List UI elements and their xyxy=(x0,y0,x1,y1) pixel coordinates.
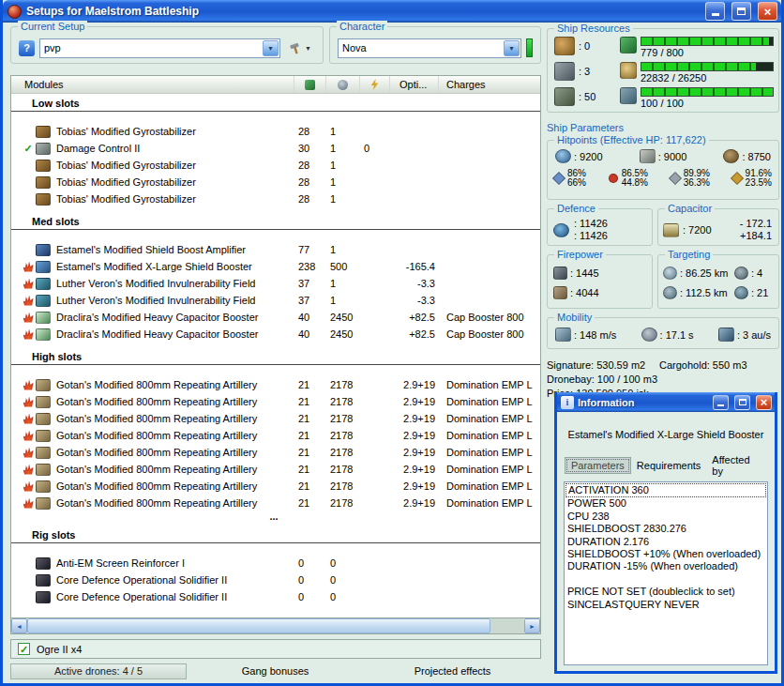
setup-tools-button[interactable]: ▼ xyxy=(285,38,315,57)
module-row[interactable]: Tobias' Modified Gyrostabilizer281 xyxy=(11,191,540,207)
module-row[interactable]: Anti-EM Screen Reinforcer I00 xyxy=(11,555,540,572)
kinetic-resist: 89.9%36.3% xyxy=(671,169,710,188)
module-optimal-value: 2.9+19 xyxy=(390,464,439,475)
info-attribute-line[interactable]: SINCELASTQUERY NEVER xyxy=(565,599,766,611)
info-minimize-button[interactable] xyxy=(713,395,729,410)
module-optimal-value: 2.9+19 xyxy=(390,413,439,424)
info-attribute-line[interactable]: POWER 500 xyxy=(565,497,766,510)
info-listbox[interactable]: ACTIVATION 360POWER 500CPU 238SHIELDBOOS… xyxy=(564,481,768,665)
module-cpu-value: 0 xyxy=(294,557,326,569)
tab-projected-effects[interactable]: Projected effects xyxy=(364,665,541,677)
maximize-button[interactable] xyxy=(731,2,751,21)
sensor-value: : 21 xyxy=(751,287,768,298)
titlebar[interactable]: Setups for Maelstrom Battleship × xyxy=(3,0,781,23)
module-icon xyxy=(36,193,51,206)
cpu-bar-group: 779 / 800 xyxy=(641,37,774,58)
setup-combobox[interactable]: pvp ▼ xyxy=(39,38,280,58)
module-row[interactable]: Core Defence Operational Solidifier II00 xyxy=(11,572,540,588)
scroll-track[interactable] xyxy=(490,618,524,633)
module-optimal-value: 2.9+19 xyxy=(390,447,439,458)
section-title: Med slots xyxy=(11,215,540,230)
module-name: Damage Control II xyxy=(56,143,294,154)
module-icon xyxy=(36,143,51,155)
volley-value: : 4044 xyxy=(570,287,599,298)
module-secondary-value: 1 xyxy=(326,143,360,154)
info-close-button[interactable]: × xyxy=(756,395,772,410)
help-icon[interactable]: ? xyxy=(19,40,35,56)
powergrid-bar-fill xyxy=(641,63,756,70)
module-row[interactable]: Draclira's Modified Heavy Capacitor Boos… xyxy=(11,309,540,326)
info-tab-affected-by[interactable]: Affected by xyxy=(706,452,767,479)
shield-icon xyxy=(555,149,571,163)
kinetic-resist-values: 89.9%36.3% xyxy=(684,169,710,188)
capacitor-column-header[interactable] xyxy=(360,76,390,93)
module-row[interactable]: Draclira's Modified Heavy Capacitor Boos… xyxy=(11,326,540,343)
optimal-column-header[interactable]: Opti... xyxy=(390,76,439,93)
module-optimal-value: 2.9+19 xyxy=(390,430,439,441)
module-row[interactable]: ✓Damage Control II3010 xyxy=(11,140,540,157)
module-row[interactable]: Gotan's Modified 800mm Repeating Artille… xyxy=(11,410,540,427)
capacitor-group: Capacitor : 7200 - 172.1 +184.1 xyxy=(657,208,779,246)
info-attribute-line[interactable]: ACTIVATION 360 xyxy=(565,483,766,497)
info-attribute-line[interactable]: SHIELDBOOST 2830.276 xyxy=(565,523,766,535)
max-targets-stat: : 4 xyxy=(734,267,774,280)
modules-table-header[interactable]: Modules Opti... Charges xyxy=(11,76,540,94)
module-row[interactable]: Gotan's Modified 800mm Repeating Artille… xyxy=(11,461,540,478)
module-row[interactable]: Tobias' Modified Gyrostabilizer281 xyxy=(11,174,540,191)
module-row[interactable]: Gotan's Modified 800mm Repeating Artille… xyxy=(11,444,540,461)
module-name: Gotan's Modified 800mm Repeating Artille… xyxy=(56,464,294,475)
module-row[interactable]: Gotan's Modified 800mm Repeating Artille… xyxy=(11,427,540,444)
module-row[interactable]: Gotan's Modified 800mm Repeating Artille… xyxy=(11,376,540,393)
module-row[interactable]: Luther Veron's Modified Invulnerability … xyxy=(11,292,540,309)
info-attribute-line[interactable]: PRICE NOT SET (doubleclick to set) xyxy=(565,586,766,598)
shield-value: : 9200 xyxy=(574,151,603,162)
module-row[interactable]: Gotan's Modified 800mm Repeating Artille… xyxy=(11,495,540,511)
modules-column-header[interactable]: Modules xyxy=(11,76,294,93)
powergrid-column-header[interactable] xyxy=(326,76,360,93)
module-row[interactable]: Tobias' Modified Gyrostabilizer281 xyxy=(11,123,540,140)
cpu-column-header[interactable] xyxy=(294,76,326,93)
module-row[interactable]: Luther Veron's Modified Invulnerability … xyxy=(11,275,540,292)
info-attribute-line[interactable]: DURATION -15% (When overloaded) xyxy=(565,560,766,572)
capacitor-label: Capacitor xyxy=(665,203,715,214)
module-row[interactable]: Gotan's Modified 800mm Repeating Artille… xyxy=(11,393,540,410)
information-title: Information xyxy=(578,397,707,408)
range-stat: : 86.25 km xyxy=(663,267,734,280)
info-tab-parameters[interactable]: Parameters xyxy=(565,457,631,474)
info-tab-requirements[interactable]: Requirements xyxy=(631,458,706,473)
scroll-left-button[interactable]: ◄ xyxy=(11,618,27,633)
character-combobox[interactable]: Nova ▼ xyxy=(338,38,521,58)
maximize-icon xyxy=(739,399,746,405)
info-maximize-button[interactable] xyxy=(734,395,750,410)
module-row[interactable]: Tobias' Modified Gyrostabilizer281 xyxy=(11,157,540,174)
charges-column-header[interactable]: Charges xyxy=(439,76,540,93)
module-row[interactable]: Estamel's Modified Shield Boost Amplifie… xyxy=(11,241,540,258)
info-attribute-line[interactable]: DURATION 2.176 xyxy=(565,536,766,548)
tab-gang-bonuses[interactable]: Gang bonuses xyxy=(187,665,364,677)
module-row[interactable]: Gotan's Modified 800mm Repeating Artille… xyxy=(11,478,540,495)
module-charge: Domination EMP L xyxy=(439,447,540,458)
module-row[interactable]: Core Defence Operational Solidifier II00 xyxy=(11,588,540,605)
ship-resources-group: Ship Resources : 0: 3: 50 779 / 80022832… xyxy=(547,28,779,113)
info-attribute-line[interactable]: SHIELDBOOST +10% (When overloaded) xyxy=(565,548,766,560)
ship-resources-label: Ship Resources xyxy=(554,23,633,34)
speed-value: : 148 m/s xyxy=(574,329,616,341)
horizontal-scrollbar[interactable]: ◄ ► xyxy=(11,617,540,633)
cpu-icon xyxy=(620,37,637,53)
align-value: : 17.1 s xyxy=(660,329,694,341)
information-titlebar[interactable]: i Information × xyxy=(557,392,775,412)
tab-active-drones[interactable]: Active drones: 4 / 5 xyxy=(10,663,187,679)
info-attribute-line[interactable]: CPU 238 xyxy=(565,511,766,523)
close-button[interactable]: × xyxy=(758,2,777,21)
module-row[interactable]: Estamel's Modified X-Large Shield Booste… xyxy=(11,258,540,275)
gang-bonuses-label: Gang bonuses xyxy=(242,665,309,677)
dropdown-arrow-icon[interactable]: ▼ xyxy=(504,40,520,56)
resource-bar-list: 779 / 80022832 / 26250100 / 100 xyxy=(620,37,774,110)
minimize-button[interactable] xyxy=(705,2,725,21)
info-attribute-line[interactable] xyxy=(565,573,766,586)
dropdown-arrow-icon[interactable]: ▼ xyxy=(263,40,279,56)
module-name: Estamel's Modified Shield Boost Amplifie… xyxy=(56,244,294,255)
scroll-thumb[interactable] xyxy=(27,618,490,633)
scroll-right-button[interactable]: ► xyxy=(524,618,540,633)
drone-checkbox[interactable]: ✓ xyxy=(18,643,30,655)
